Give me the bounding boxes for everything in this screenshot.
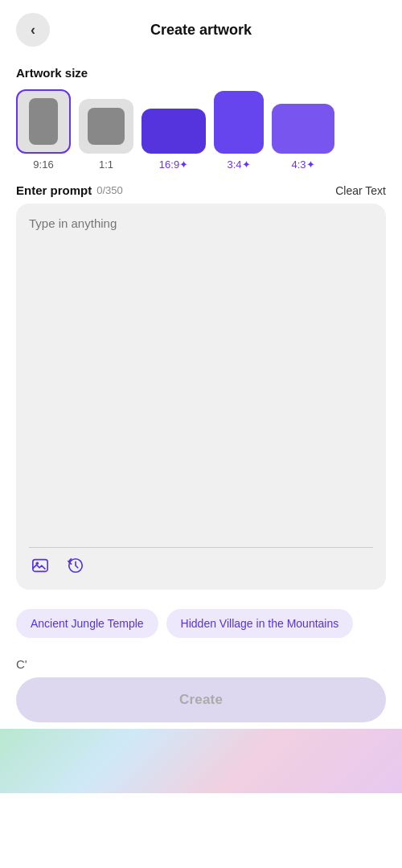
artwork-size-label: Artwork size xyxy=(16,66,386,80)
suggestion-hidden-village[interactable]: Hidden Village in the Mountains xyxy=(166,609,354,638)
prompt-box xyxy=(16,204,386,590)
size-box-1-1 xyxy=(79,99,133,154)
size-box-9-16 xyxy=(16,89,71,154)
bottom-image-preview xyxy=(0,729,402,793)
size-label-16-9: 16:9✦ xyxy=(159,158,188,171)
back-button[interactable]: ‹ xyxy=(16,13,50,47)
size-option-16-9[interactable]: 16:9✦ xyxy=(142,109,206,171)
header: ‹ Create artwork xyxy=(0,0,402,56)
size-label-4-3: 4:3✦ xyxy=(291,158,314,171)
size-label-1-1: 1:1 xyxy=(99,158,113,171)
size-inner-9-16 xyxy=(29,98,58,145)
size-label-3-4: 3:4✦ xyxy=(227,158,250,171)
size-option-3-4[interactable]: 3:4✦ xyxy=(214,91,264,171)
size-box-4-3 xyxy=(272,104,334,154)
size-option-9-16[interactable]: 9:16 xyxy=(16,89,71,171)
back-icon: ‹ xyxy=(31,22,35,39)
create-button[interactable]: Create xyxy=(16,677,386,722)
bottom-prefix: C' xyxy=(16,657,386,671)
size-options: 9:16 1:1 16:9✦ 3:4✦ xyxy=(16,89,386,171)
prompt-divider xyxy=(29,547,373,548)
clear-text-button[interactable]: Clear Text xyxy=(335,184,386,197)
prompt-header: Enter prompt 0/350 Clear Text xyxy=(16,183,386,197)
artwork-size-section: Artwork size 9:16 1:1 16:9✦ xyxy=(0,56,402,180)
prompt-count: 0/350 xyxy=(96,184,123,196)
size-label-9-16: 9:16 xyxy=(33,158,53,171)
prompt-input[interactable] xyxy=(29,216,373,541)
history-icon[interactable] xyxy=(64,554,87,577)
size-box-16-9 xyxy=(142,109,206,154)
image-upload-icon[interactable] xyxy=(29,554,51,577)
suggestion-ancient-jungle-temple[interactable]: Ancient Jungle Temple xyxy=(16,609,158,638)
suggestions-row: Ancient Jungle Temple Hidden Village in … xyxy=(0,596,402,651)
prompt-actions xyxy=(29,554,373,577)
size-option-1-1[interactable]: 1:1 xyxy=(79,99,133,171)
page-title: Create artwork xyxy=(150,22,252,39)
prompt-label: Enter prompt xyxy=(16,183,92,197)
size-inner-1-1 xyxy=(88,108,125,145)
prompt-section: Enter prompt 0/350 Clear Text xyxy=(0,180,402,596)
size-box-3-4 xyxy=(214,91,264,154)
bottom-area: C' Create xyxy=(0,651,402,722)
size-option-4-3[interactable]: 4:3✦ xyxy=(272,104,334,171)
prompt-label-row: Enter prompt 0/350 xyxy=(16,183,123,197)
